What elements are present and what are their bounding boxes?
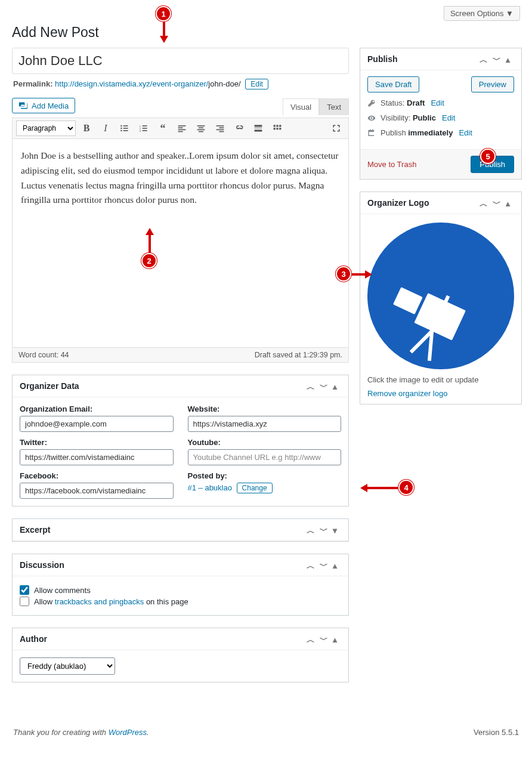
eye-icon — [367, 114, 376, 122]
remove-logo-link[interactable]: Remove organizer logo — [367, 389, 514, 398]
editor-toolbar: Paragraph B I 123 “ — [12, 118, 349, 139]
discussion-heading: Discussion — [20, 560, 64, 570]
save-draft-button[interactable]: Save Draft — [367, 76, 419, 92]
svg-rect-23 — [219, 131, 224, 132]
readmore-button[interactable] — [250, 121, 267, 136]
permalink-link[interactable]: http://design.vistamedia.xyz/event-organ… — [55, 79, 240, 88]
twitter-input[interactable] — [20, 449, 174, 465]
fullscreen-button[interactable] — [328, 121, 345, 136]
move-down-icon[interactable]: ﹀ — [493, 199, 501, 207]
annotation-badge-4: 4 — [398, 480, 414, 495]
change-author-button[interactable]: Change — [237, 483, 273, 493]
toggle-panel-icon[interactable]: ▴ — [333, 635, 341, 643]
email-input[interactable] — [20, 416, 174, 432]
trackbacks-link[interactable]: trackbacks and pingbacks — [55, 597, 144, 606]
organizer-logo-image[interactable] — [367, 223, 514, 369]
facebook-label: Facebook: — [20, 471, 174, 480]
move-up-icon[interactable]: ︿ — [307, 561, 315, 569]
toolbar-toggle-button[interactable] — [269, 121, 286, 136]
align-right-button[interactable] — [212, 121, 228, 136]
annotation-arrow-1 — [158, 19, 170, 43]
link-button[interactable] — [231, 121, 248, 136]
move-up-icon[interactable]: ︿ — [307, 526, 315, 534]
svg-rect-13 — [178, 127, 183, 128]
add-media-button[interactable]: Add Media — [12, 98, 75, 113]
move-up-icon[interactable]: ︿ — [480, 55, 488, 63]
format-select[interactable]: Paragraph — [16, 121, 76, 136]
svg-rect-30 — [274, 128, 276, 129]
preview-button[interactable]: Preview — [471, 76, 514, 92]
website-input[interactable] — [188, 416, 342, 432]
move-up-icon[interactable]: ︿ — [307, 382, 315, 390]
svg-rect-27 — [274, 125, 276, 126]
youtube-input[interactable] — [188, 449, 342, 465]
editor-content-area[interactable]: John Doe is a bestselling author and spe… — [12, 139, 349, 348]
move-down-icon[interactable]: ﹀ — [320, 635, 328, 643]
svg-rect-22 — [216, 129, 224, 131]
svg-rect-5 — [123, 130, 128, 131]
posted-by-label: Posted by: — [188, 471, 342, 480]
twitter-label: Twitter: — [20, 438, 174, 447]
move-up-icon[interactable]: ︿ — [480, 199, 488, 207]
align-left-button[interactable] — [174, 121, 190, 136]
svg-rect-25 — [255, 128, 262, 128]
move-down-icon[interactable]: ﹀ — [320, 526, 328, 534]
word-count: Word count: 44 — [18, 351, 69, 359]
svg-rect-19 — [199, 131, 203, 132]
version-label: Version 5.5.1 — [474, 728, 519, 737]
key-icon — [367, 99, 376, 107]
blockquote-button[interactable]: “ — [154, 121, 171, 136]
toggle-panel-icon[interactable]: ▴ — [333, 561, 341, 569]
organizer-data-heading: Organizer Data — [20, 381, 79, 391]
author-select[interactable]: Freddy (abuklao) — [20, 657, 115, 675]
wordpress-link[interactable]: WordPress — [109, 728, 147, 737]
move-down-icon[interactable]: ﹀ — [493, 55, 501, 63]
author-heading: Author — [20, 634, 47, 644]
italic-button[interactable]: I — [97, 121, 114, 136]
allow-comments-checkbox[interactable] — [20, 585, 29, 595]
footer-thanks: Thank you for creating with WordPress. — [13, 728, 149, 737]
toggle-panel-icon[interactable]: ▴ — [333, 382, 341, 390]
svg-rect-15 — [178, 131, 183, 132]
svg-rect-31 — [276, 128, 278, 129]
screen-options-button[interactable]: Screen Options ▼ — [444, 6, 520, 21]
edit-status-link[interactable]: Edit — [431, 98, 444, 107]
annotation-badge-1: 1 — [156, 6, 171, 21]
calendar-icon — [367, 129, 376, 137]
permalink-label: Permalink: — [13, 79, 52, 88]
toggle-panel-icon[interactable]: ▾ — [333, 526, 341, 534]
allow-trackbacks-checkbox[interactable] — [20, 597, 29, 606]
tab-text[interactable]: Text — [319, 98, 349, 115]
move-down-icon[interactable]: ﹀ — [320, 561, 328, 569]
permalink-edit-button[interactable]: Edit — [245, 79, 268, 89]
move-to-trash-link[interactable]: Move to Trash — [367, 160, 416, 169]
excerpt-heading: Excerpt — [20, 525, 50, 535]
svg-rect-29 — [279, 125, 281, 126]
facebook-input[interactable] — [20, 483, 174, 499]
toggle-panel-icon[interactable]: ▴ — [506, 199, 514, 207]
svg-point-0 — [120, 125, 122, 126]
tab-visual[interactable]: Visual — [283, 98, 319, 115]
allow-comments-label: Allow comments — [34, 586, 91, 595]
svg-marker-42 — [146, 228, 154, 235]
bullet-list-button[interactable] — [116, 121, 133, 136]
move-up-icon[interactable]: ︿ — [307, 635, 315, 643]
svg-rect-16 — [197, 125, 205, 126]
toggle-panel-icon[interactable]: ▴ — [506, 55, 514, 63]
edit-visibility-link[interactable]: Edit — [442, 113, 455, 122]
bold-button[interactable]: B — [78, 121, 95, 136]
edit-schedule-link[interactable]: Edit — [459, 128, 472, 137]
youtube-label: Youtube: — [188, 438, 342, 447]
permalink-row: Permalink: http://design.vistamedia.xyz/… — [13, 79, 349, 89]
svg-rect-1 — [123, 125, 128, 126]
move-down-icon[interactable]: ﹀ — [320, 382, 328, 390]
svg-rect-17 — [199, 127, 203, 128]
media-icon — [18, 101, 28, 110]
post-title-input[interactable] — [12, 48, 349, 74]
numbered-list-button[interactable]: 123 — [135, 121, 152, 136]
svg-rect-24 — [255, 125, 262, 126]
svg-rect-21 — [219, 127, 224, 128]
align-center-button[interactable] — [193, 121, 209, 136]
annotation-arrow-4 — [360, 482, 398, 494]
page-title: Add New Post — [12, 24, 520, 41]
